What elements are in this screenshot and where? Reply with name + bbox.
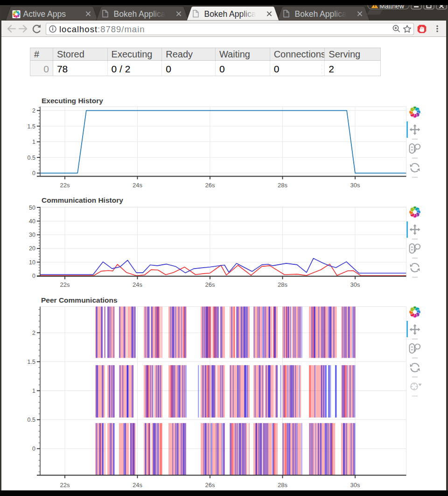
svg-text:30s: 30s — [350, 182, 360, 189]
svg-text:28s: 28s — [278, 182, 287, 189]
svg-text:Executing History: Executing History — [42, 97, 103, 105]
svg-text:Communication History: Communication History — [42, 196, 123, 204]
svg-text:0: 0 — [32, 446, 35, 452]
svg-text:2: 2 — [32, 330, 35, 336]
svg-text:Active Apps: Active Apps — [23, 9, 66, 19]
svg-text:0.5: 0.5 — [28, 155, 35, 161]
svg-text:28s: 28s — [278, 281, 287, 288]
svg-text:0: 0 — [32, 170, 35, 177]
svg-text:26s: 26s — [205, 281, 215, 288]
svg-text:50: 50 — [29, 205, 35, 211]
svg-text:1.5: 1.5 — [28, 359, 35, 365]
svg-text:30s: 30s — [350, 281, 360, 288]
svg-text:2: 2 — [32, 107, 35, 114]
svg-text:0.5: 0.5 — [28, 417, 35, 423]
svg-text:22s: 22s — [60, 482, 70, 489]
svg-text:24s: 24s — [133, 182, 142, 189]
svg-text:1: 1 — [32, 388, 35, 394]
svg-text:24s: 24s — [133, 281, 142, 288]
svg-text:22s: 22s — [60, 182, 70, 189]
svg-text:0: 0 — [32, 273, 35, 279]
svg-text:1.5: 1.5 — [28, 123, 35, 130]
svg-text:40: 40 — [29, 218, 35, 225]
svg-text:26s: 26s — [205, 182, 215, 189]
svg-text:1: 1 — [32, 139, 35, 145]
svg-text:30s: 30s — [350, 482, 360, 489]
svg-text:26s: 26s — [205, 482, 215, 489]
svg-text:28s: 28s — [278, 482, 287, 489]
svg-text:Peer Communications: Peer Communications — [41, 296, 118, 304]
svg-text:24s: 24s — [133, 482, 142, 489]
svg-text:30: 30 — [29, 232, 35, 238]
svg-text:20: 20 — [29, 245, 35, 252]
svg-text:22s: 22s — [60, 281, 70, 288]
svg-text:localhost:8789/main: localhost:8789/main — [59, 24, 145, 34]
svg-text:10: 10 — [29, 259, 35, 266]
